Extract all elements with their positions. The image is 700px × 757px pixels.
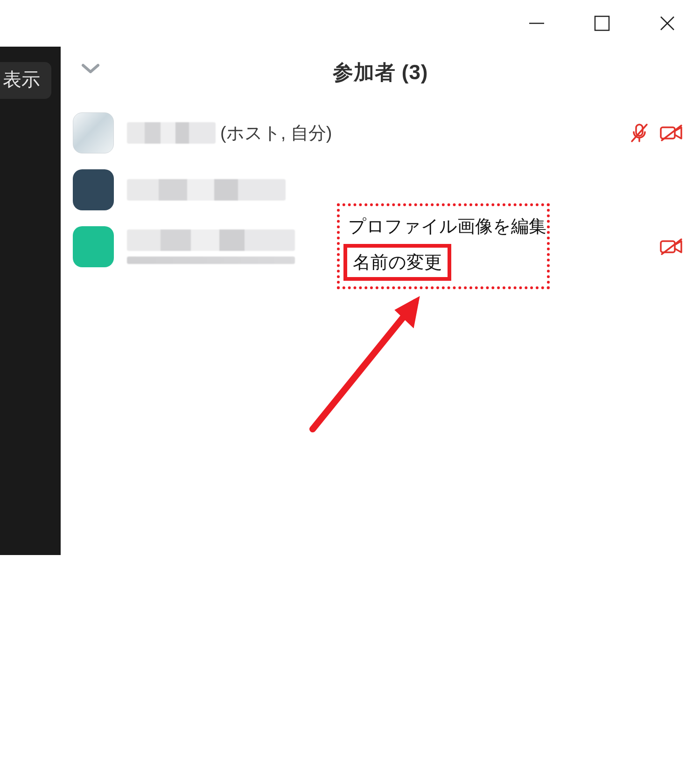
- avatar: [73, 226, 114, 267]
- close-icon: [658, 14, 677, 33]
- close-button[interactable]: [635, 0, 700, 47]
- camera-off-icon: [659, 236, 684, 258]
- maximize-button[interactable]: [569, 0, 635, 47]
- avatar: [73, 112, 114, 153]
- participant-name-area: [127, 229, 295, 264]
- view-button[interactable]: 表示: [0, 62, 51, 99]
- participants-panel: 参加者 (3) (ホスト, 自分): [61, 47, 700, 757]
- minimize-icon: [527, 14, 546, 33]
- menu-item-rename[interactable]: 名前の変更: [343, 244, 451, 281]
- participant-role: (ホスト, 自分): [220, 121, 332, 145]
- redacted-subtext: [127, 257, 295, 264]
- redacted-name: [127, 122, 216, 144]
- camera-off-icon: [659, 122, 684, 144]
- mic-muted-icon: [628, 122, 651, 144]
- redacted-name: [127, 179, 286, 201]
- minimize-button[interactable]: [504, 0, 569, 47]
- participant-name-area: [127, 179, 286, 201]
- svg-line-10: [313, 302, 415, 429]
- chevron-down-icon: [80, 62, 101, 76]
- menu-item-edit-profile-image[interactable]: プロファイル画像を編集: [343, 212, 543, 241]
- annotation-arrow: [285, 280, 453, 438]
- context-menu: プロファイル画像を編集 名前の変更: [337, 203, 550, 289]
- svg-rect-1: [595, 16, 609, 30]
- participant-row[interactable]: (ホスト, 自分): [73, 104, 688, 161]
- panel-header: 参加者 (3): [61, 47, 700, 98]
- participant-status-icons: [628, 122, 684, 144]
- avatar: [73, 169, 114, 210]
- participant-status-icons: [659, 236, 684, 258]
- maximize-icon: [593, 14, 611, 33]
- dark-sidebar-sliver: 表示: [0, 47, 61, 555]
- view-button-label: 表示: [3, 69, 40, 90]
- collapse-button[interactable]: [80, 62, 101, 77]
- window-titlebar: [504, 0, 700, 47]
- panel-title: 参加者 (3): [333, 59, 428, 86]
- redacted-name: [127, 229, 295, 251]
- participant-name-area: (ホスト, 自分): [127, 121, 332, 145]
